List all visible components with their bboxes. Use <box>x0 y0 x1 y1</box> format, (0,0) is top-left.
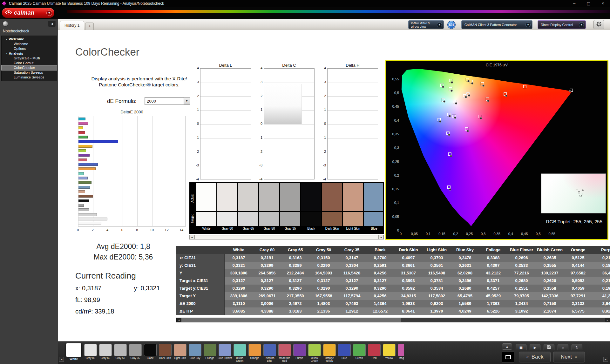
actual-target-strip: Actual Target WhiteGray 80Gray 65Gray 50… <box>189 182 384 234</box>
axis-tick-label: 0 <box>191 122 199 125</box>
pattern-swatch-gray-35[interactable]: Gray 35 <box>128 343 143 363</box>
next-button[interactable]: Next » <box>553 352 585 362</box>
loop-button[interactable]: ∞ <box>558 344 568 351</box>
pattern-swatch-white[interactable]: White <box>64 343 83 363</box>
table-cell: 0,3592 <box>394 285 423 292</box>
pattern-swatch-foliage[interactable]: Foliage <box>202 343 217 363</box>
pattern-swatch-yellow-green[interactable]: Yellow Green <box>307 343 322 363</box>
table-cell: 34,8315 <box>394 292 423 300</box>
minimize-button[interactable]: – <box>567 0 581 7</box>
pattern-swatch-dark-skin[interactable]: Dark Skin <box>158 343 173 363</box>
sidebar-item-color-gamut[interactable]: Color Gamut <box>2 61 57 65</box>
bar-row <box>78 117 185 121</box>
axis-tick-label: 0 <box>318 122 326 125</box>
table-cell: 0,3290 <box>281 285 309 292</box>
sidebar-item-colorchecker[interactable]: ColorChecker <box>2 65 57 70</box>
scrollbar-thumb[interactable] <box>181 318 401 322</box>
chevron-down-icon[interactable]: ▼ <box>579 22 584 27</box>
pattern-swatch-orange[interactable]: Orange <box>247 343 262 363</box>
row-label-target-y-cie31: Target y:CIE31 <box>176 285 225 292</box>
tree-expand-icon[interactable]: ▴ <box>6 51 7 56</box>
pattern-swatch-magenta[interactable]: Magenta <box>396 343 404 363</box>
bar-row <box>78 153 185 158</box>
deltae-bar-gray-65 <box>78 213 97 216</box>
scrollbar-thumb[interactable] <box>194 235 379 239</box>
pattern-swatch-blue[interactable]: Blue <box>337 343 352 363</box>
strip-scrollbar[interactable]: ◀ ▶ <box>189 235 384 239</box>
table-scrollbar[interactable]: ◀ ▶ <box>176 318 610 322</box>
sidebar-item-options[interactable]: Options <box>2 46 57 51</box>
pattern-swatch-green[interactable]: Green <box>352 343 367 363</box>
deltae-bar-white <box>78 222 101 225</box>
pattern-generator-selector[interactable]: CalMAN Client 3 Pattern Generator ▼ <box>461 20 532 29</box>
save-button[interactable] <box>544 344 554 351</box>
pattern-swatch-gray-80[interactable]: Gray 80 <box>83 343 98 363</box>
swatch-label: Dark Skin <box>322 227 342 230</box>
pattern-swatch-bluish-green[interactable]: Bluish Green <box>232 343 247 363</box>
meter-selector[interactable]: X-Rite i1Pro 3 Direct View ▼ <box>408 20 444 29</box>
sidebar-item-saturation-sweeps[interactable]: Saturation Sweeps <box>2 70 57 75</box>
swatch-target <box>280 212 300 226</box>
bar-row <box>78 121 185 125</box>
swatch-label: Black <box>143 357 158 362</box>
scroll-left-icon[interactable]: ◀ <box>177 318 181 322</box>
chevron-down-icon[interactable]: ▼ <box>525 22 531 27</box>
pattern-swatch-blue-sky[interactable]: Blue Sky <box>187 343 202 363</box>
scroll-right-icon[interactable]: ▶ <box>379 235 383 239</box>
scroll-left-icon[interactable]: ◀ <box>59 357 64 362</box>
pattern-swatch-gray-50[interactable]: Gray 50 <box>113 343 128 363</box>
pattern-swatch-light-skin[interactable]: Light Skin <box>173 343 187 363</box>
de-formula-select[interactable]: 2000 ▼ <box>145 97 190 105</box>
bar-row <box>78 148 185 153</box>
scroll-right-icon[interactable]: ▶ <box>605 318 610 322</box>
eject-button[interactable]: ▲ <box>502 343 512 350</box>
chevron-down-icon[interactable]: ▼ <box>46 10 52 16</box>
close-button[interactable]: × <box>596 0 610 7</box>
pattern-swatch-black[interactable]: Black <box>143 343 158 363</box>
bar-row <box>78 180 185 185</box>
swatch-target <box>301 212 321 226</box>
tab-history-1[interactable]: History 1 <box>60 21 84 30</box>
refresh-button[interactable]: ↻ <box>572 344 582 351</box>
sidebar-item-analysis[interactable]: ▴Analysis <box>2 51 57 56</box>
chevron-down-icon[interactable]: ▼ <box>184 98 190 104</box>
sphere-icon[interactable] <box>3 21 8 27</box>
play-button[interactable]: ▶ <box>530 344 540 351</box>
pattern-swatch-orange-yellow[interactable]: Orange Yellow <box>322 343 337 363</box>
pattern-swatch-moderate-red[interactable]: Moderate Red <box>277 343 292 363</box>
pattern-swatch-gray-65[interactable]: Gray 65 <box>98 343 113 363</box>
stop-button[interactable]: ■ <box>516 344 526 351</box>
maximize-button[interactable]: □ <box>581 0 596 7</box>
table-cell: 0,4144 <box>564 262 592 269</box>
settings-button[interactable] <box>593 20 604 29</box>
current-fl: fL: 98,99 <box>75 296 100 304</box>
chevron-down-icon[interactable]: ▼ <box>437 22 442 27</box>
sidebar-collapse-button[interactable]: ◀ <box>48 21 56 27</box>
table-cell: 3,0183 <box>281 307 309 315</box>
display-control-selector[interactable]: Direct Display Control ▼ <box>538 20 586 29</box>
axis-tick-label: 1 <box>191 108 199 111</box>
table-cell: 264,5856 <box>253 269 281 277</box>
scroll-right-icon[interactable]: ▶ <box>603 357 608 362</box>
new-tab-button[interactable]: + <box>85 23 94 30</box>
pattern-window-button[interactable] <box>502 352 514 362</box>
pattern-swatch-red[interactable]: Red <box>367 343 382 363</box>
calman-logo-menu[interactable]: calman ▼ <box>2 8 54 18</box>
strip-swatch-gray-35: Gray 35 <box>280 183 300 233</box>
pattern-swatch-yellow[interactable]: Yellow <box>382 343 396 363</box>
swatch-color <box>263 344 276 356</box>
measurement-marker <box>449 115 451 117</box>
pattern-swatch-purple[interactable]: Purple <box>292 343 307 363</box>
back-button[interactable]: « Back <box>519 352 551 362</box>
tree-expand-icon[interactable]: ▴ <box>6 37 7 42</box>
strip-swatch-gray-50: Gray 50 <box>259 183 279 233</box>
pattern-swatch-purplish-blue[interactable]: Purplish Blue <box>262 343 277 363</box>
scroll-left-icon[interactable]: ◀ <box>190 235 194 239</box>
pattern-swatch-blue-flower[interactable]: Blue Flower <box>217 343 232 363</box>
sidebar-item-grayscale-multi[interactable]: Grayscale - Multi <box>2 56 57 61</box>
table-cell: 0,2696 <box>507 254 536 262</box>
sidebar-item-welcome[interactable]: ▴Welcome <box>2 37 57 42</box>
table-cell: 0,3781 <box>423 277 451 285</box>
sidebar-item-luminance-sweeps[interactable]: Luminance Sweeps <box>2 75 57 80</box>
sidebar-item-welcome[interactable]: Welcome <box>2 42 57 46</box>
